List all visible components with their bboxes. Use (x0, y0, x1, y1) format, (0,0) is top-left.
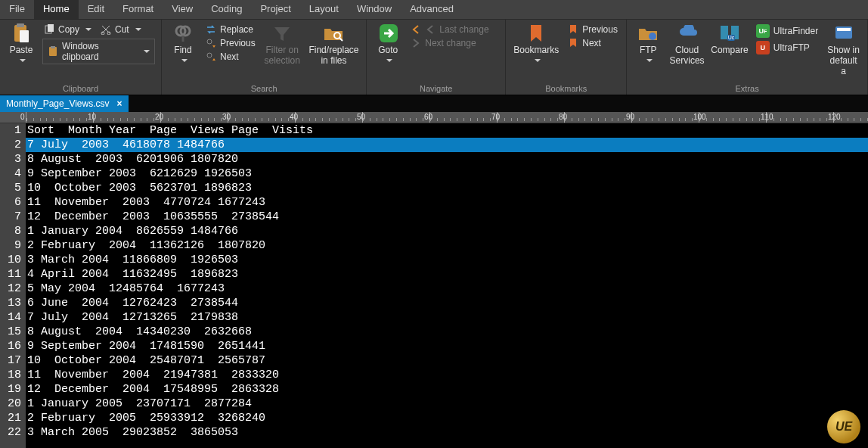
replace-button[interactable]: Replace (204, 23, 257, 36)
cloud-icon (677, 23, 697, 43)
menu-edit[interactable]: Edit (79, 0, 113, 19)
line-number: 22 (0, 425, 21, 440)
code-line[interactable]: 2 February 2005 25933912 3268240 (26, 411, 868, 425)
windows-clipboard-button[interactable]: Windows clipboard (42, 39, 155, 64)
line-number: 19 (0, 382, 21, 397)
show-in-default-button[interactable]: Show in default a (823, 22, 864, 78)
editor[interactable]: 12345678910111213141516171819202122 Sort… (0, 123, 868, 448)
next-button[interactable]: Next (204, 51, 257, 63)
previous-button[interactable]: Previous (204, 37, 257, 49)
group-navigate: Goto Last change Next change Navigate (367, 20, 506, 95)
line-number: 5 (0, 181, 21, 195)
copy-button[interactable]: Copy (42, 23, 93, 36)
line-number: 18 (0, 368, 21, 382)
menu-project[interactable]: Project (251, 0, 299, 19)
paste-button[interactable]: Paste (3, 22, 39, 67)
menu-window[interactable]: Window (348, 0, 401, 19)
compare-button[interactable]: Uc Compare (708, 22, 752, 57)
code-area[interactable]: Sort Month Year Page Views Page Visits7 … (26, 123, 868, 448)
code-line[interactable]: 3 March 2005 29023852 3865053 (26, 425, 868, 440)
file-tab-name: Monthly_Page_Views.csv (6, 98, 110, 109)
bookmark-prev-icon (568, 24, 578, 35)
line-number: 20 (0, 397, 21, 411)
svg-rect-1 (17, 23, 24, 27)
line-number: 11 (0, 267, 21, 282)
cut-button[interactable]: Cut (99, 23, 143, 36)
find-button[interactable]: Find (165, 22, 201, 67)
ruler-mark: 40 (295, 112, 362, 123)
code-line[interactable]: 12 December 2003 10635555 2738544 (26, 210, 868, 224)
file-tab[interactable]: Monthly_Page_Views.csv × (0, 95, 129, 112)
bookmark-previous-button[interactable]: Previous (566, 23, 619, 36)
line-number: 10 (0, 253, 21, 267)
menu-format[interactable]: Format (113, 0, 163, 19)
code-line[interactable]: 1 January 2004 8626559 1484766 (26, 224, 868, 238)
code-line[interactable]: 7 July 2004 12713265 2179838 (26, 310, 868, 325)
ultrafinder-button[interactable]: UF UltraFinder (755, 23, 820, 39)
ruler-mark: 0 (26, 112, 93, 123)
group-search: Find Replace Previous Next Fi (162, 20, 367, 95)
code-line[interactable]: 8 August 2003 6201906 1807820 (26, 152, 868, 166)
code-line[interactable]: 4 April 2004 11632495 1896823 (26, 267, 868, 282)
menu-home[interactable]: Home (34, 0, 79, 19)
line-number: 21 (0, 411, 21, 425)
menu-coding[interactable]: Coding (202, 0, 251, 19)
code-line[interactable]: 8 August 2004 14340230 2632668 (26, 325, 868, 339)
ruler-mark: 10 (93, 112, 160, 123)
clipboard-icon (48, 46, 58, 57)
filter-on-selection-button: Filter on selection (260, 22, 305, 67)
line-number: 15 (0, 325, 21, 339)
group-clipboard: Paste Copy Cut (0, 20, 162, 95)
close-icon[interactable]: × (117, 98, 122, 109)
line-number: 7 (0, 210, 21, 224)
bookmark-icon (526, 23, 546, 43)
svg-point-19 (649, 33, 656, 40)
line-number: 13 (0, 296, 21, 310)
code-line[interactable]: 11 November 2004 21947381 2833320 (26, 368, 868, 382)
code-line[interactable]: 7 July 2003 4618078 1484766 (26, 138, 868, 152)
paste-icon (11, 23, 31, 43)
folder-search-icon (324, 23, 343, 43)
line-number: 14 (0, 310, 21, 325)
code-line[interactable]: 10 October 2003 5623701 1896823 (26, 181, 868, 195)
menu-view[interactable]: View (163, 0, 202, 19)
svg-rect-4 (48, 24, 54, 32)
bookmarks-button[interactable]: Bookmarks (509, 22, 563, 67)
paste-label: Paste (10, 45, 33, 55)
ruler-mark: 20 (160, 112, 228, 123)
app-icon (834, 23, 854, 43)
ftp-button[interactable]: FTP (630, 22, 666, 67)
code-line[interactable]: 9 September 2004 17481590 2651441 (26, 339, 868, 353)
group-bookmarks: Bookmarks Previous Next Bookmarks (506, 20, 627, 95)
ruler-mark: 120 (833, 112, 868, 123)
ultraedit-logo: UE (827, 410, 860, 443)
find-icon (173, 23, 193, 43)
gutter: 12345678910111213141516171819202122 (0, 123, 26, 448)
code-line[interactable]: 2 February 2004 11362126 1807820 (26, 238, 868, 253)
bookmark-next-button[interactable]: Next (566, 37, 619, 49)
code-line[interactable]: 11 November 2003 4770724 1677243 (26, 195, 868, 210)
code-line[interactable]: 9 September 2003 6212629 1926503 (26, 166, 868, 181)
ftp-icon (638, 23, 658, 43)
code-line[interactable]: Sort Month Year Page Views Page Visits (26, 123, 868, 138)
ruler-mark: 50 (362, 112, 429, 123)
code-line[interactable]: 10 October 2004 25487071 2565787 (26, 353, 868, 368)
next-change-button: Next change (409, 37, 490, 49)
menu-advanced[interactable]: Advanced (401, 0, 463, 19)
find-replace-files-button[interactable]: Find/replace in files (305, 22, 364, 67)
code-line[interactable]: 3 March 2004 11866809 1926503 (26, 253, 868, 267)
goto-icon (378, 23, 398, 43)
menu-layout[interactable]: Layout (300, 0, 348, 19)
ruler-mark: 60 (429, 112, 497, 123)
code-line[interactable]: 12 December 2004 17548995 2863328 (26, 382, 868, 397)
goto-button[interactable]: Goto (370, 22, 406, 67)
code-line[interactable]: 5 May 2004 12485764 1677243 (26, 282, 868, 296)
code-line[interactable]: 1 January 2005 23707171 2877284 (26, 397, 868, 411)
menu-file[interactable]: File (0, 0, 34, 19)
code-line[interactable]: 6 June 2004 12762423 2738544 (26, 296, 868, 310)
line-number: 9 (0, 238, 21, 253)
cloud-services-button[interactable]: Cloud Services (666, 22, 708, 67)
line-number: 2 (0, 138, 21, 152)
svg-rect-2 (20, 30, 29, 42)
ultraftp-button[interactable]: U UltraFTP (755, 40, 820, 55)
